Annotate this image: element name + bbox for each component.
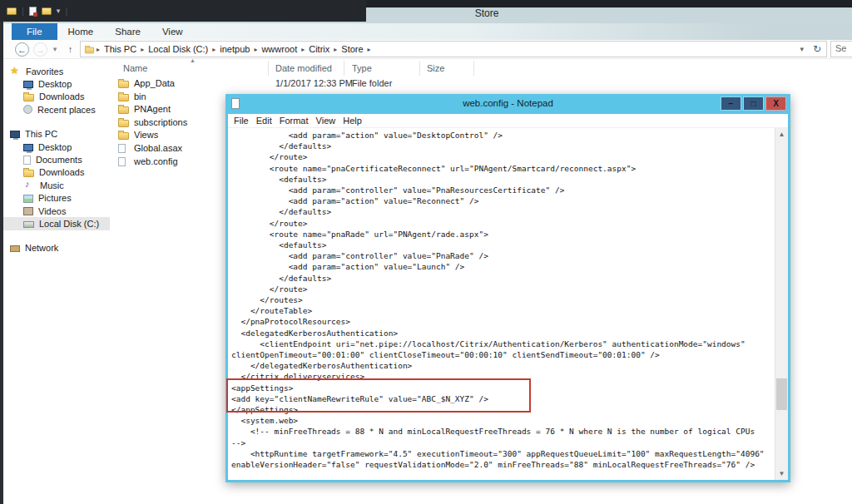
address-bar-row: ← → ▾ ↑ ▸This PC▸Local Disk (C:)▸inetpub… [3,40,852,59]
folder-icon [118,81,129,88]
column-divider[interactable] [473,61,474,76]
properties-icon[interactable] [29,7,37,16]
sidebar-group-header-this-pc[interactable]: This PC [3,128,110,141]
column-header-row: Name ▲ Date modified Type Size [113,60,612,77]
highlight-box [226,378,531,413]
notepad-app-icon [231,98,240,109]
sidebar-item-documents[interactable]: Documents [3,153,110,166]
folder-icon [118,120,129,127]
recent-icon [23,105,32,114]
notepad-menu-file[interactable]: File [234,116,255,126]
column-header-name[interactable]: Name [123,63,147,73]
sidebar-item-desktop[interactable]: Desktop [3,141,110,153]
sidebar-group-header-network[interactable]: Network [3,242,110,254]
sidebar-item-local-disk-c[interactable]: Local Disk (C:) [3,217,110,230]
explorer-app-icon [7,7,17,15]
sidebar-item-label: Local Disk (C:) [39,219,99,229]
file-name: App_Data [134,78,175,88]
scroll-up-icon[interactable]: ▲ [775,128,788,141]
notepad-menu-view[interactable]: View [316,116,342,126]
drive-icon [23,221,34,228]
breadcrumb-item-citrix[interactable]: Citrix [306,44,332,54]
downloads-icon [23,170,34,177]
sidebar-item-desktop[interactable]: Desktop [3,77,110,90]
column-header-size[interactable]: Size [427,63,444,73]
close-button[interactable]: X [765,96,786,111]
breadcrumb-item-inetpub[interactable]: inetpub [217,44,252,54]
sidebar-item-downloads[interactable]: Downloads [3,166,110,179]
column-divider[interactable] [419,61,420,76]
folder-icon [118,132,129,140]
notepad-menu-format[interactable]: Format [280,116,315,126]
scrollbar-thumb[interactable] [776,378,787,410]
notepad-menu-help[interactable]: Help [343,116,368,126]
file-row-app-data[interactable]: App_Data1/1/2017 12:33 PMFile folder [113,77,612,91]
sidebar-group-header-favorites[interactable]: Favorites [3,65,110,77]
address-box[interactable]: ▸This PC▸Local Disk (C:)▸inetpub▸wwwroot… [80,41,827,57]
ribbon-tab-share[interactable]: Share [104,23,151,40]
sidebar-item-recent-places[interactable]: Recent places [3,103,110,116]
folder-icon [85,47,94,53]
sidebar-item-label: Documents [36,155,82,165]
notepad-content[interactable]: <add param="action" value="DesktopContro… [228,128,788,470]
recent-locations-dropdown-icon[interactable]: ▾ [49,42,61,57]
sidebar-item-videos[interactable]: Videos [3,205,110,217]
breadcrumb-item-local-disk-c[interactable]: Local Disk (C:) [146,44,211,54]
vertical-scrollbar[interactable]: ▲ ▼ [775,128,788,480]
ribbon-tab-view[interactable]: View [151,23,194,40]
breadcrumb-item-this-pc[interactable]: This PC [102,44,139,54]
sidebar-item-music[interactable]: Music [3,179,110,191]
address-dropdown-icon[interactable]: ▾ [795,45,808,53]
notepad-titlebar[interactable]: web.config - Notepad − □ X [225,94,790,114]
notepad-text-area: <add param="action" value="DesktopContro… [228,128,788,480]
file-name: subscriptions [134,117,187,127]
downloads-icon [23,94,34,101]
notepad-window: web.config - Notepad − □ X FileEditForma… [225,94,790,482]
sidebar-item-pictures[interactable]: Pictures [3,192,110,205]
breadcrumb-separator-icon: ▸ [211,46,217,53]
sidebar: FavoritesDesktopDownloadsRecent placesTh… [3,65,110,266]
ribbon-tab-file[interactable]: File [12,23,57,40]
separator: | [65,6,67,16]
maximize-button[interactable]: □ [743,96,764,111]
refresh-icon[interactable]: ↻ [808,43,826,55]
desktop-icon [23,144,33,151]
breadcrumb-item-store[interactable]: Store [339,44,365,54]
sidebar-item-label: Desktop [38,142,72,152]
ribbon-tab-home[interactable]: Home [57,23,105,40]
sidebar-item-label: Downloads [39,91,84,101]
file-icon [118,144,126,153]
sidebar-group-label: Network [25,243,58,253]
file-date-modified: 1/1/2017 12:33 PM [275,78,353,88]
notepad-menu-edit[interactable]: Edit [256,116,278,126]
sidebar-item-label: Music [40,180,64,190]
computer-icon [10,131,20,138]
file-name: bin [134,91,146,101]
sidebar-group-label: This PC [25,129,57,139]
breadcrumb-item-wwwroot[interactable]: wwwroot [259,44,300,54]
notepad-window-buttons: − □ X [721,96,786,111]
column-divider[interactable] [268,61,269,76]
quick-access-toolbar: | ▾ | [0,0,366,22]
sidebar-group-favorites: FavoritesDesktopDownloadsRecent places [3,65,110,116]
up-button[interactable]: ↑ [63,42,77,57]
star-icon [10,67,21,77]
minimize-button[interactable]: − [721,96,741,111]
notepad-title: web.config - Notepad [463,98,553,108]
file-name: Global.asax [134,143,182,153]
column-header-date-modified[interactable]: Date modified [275,63,332,73]
sidebar-group-label: Favorites [26,67,63,77]
column-header-type[interactable]: Type [352,63,372,73]
back-button[interactable]: ← [15,42,29,57]
column-divider[interactable] [344,61,344,76]
sort-ascending-icon: ▲ [190,57,196,63]
scroll-down-icon[interactable]: ▼ [775,467,788,480]
desktop-icon [23,81,33,88]
sidebar-item-downloads[interactable]: Downloads [3,91,110,103]
new-folder-icon[interactable] [42,7,52,15]
documents-icon [23,156,31,165]
chevron-down-icon[interactable]: ▾ [57,7,61,15]
forward-button[interactable]: → [33,42,47,57]
search-input[interactable]: Se [830,41,852,57]
sidebar-item-label: Downloads [39,167,84,177]
